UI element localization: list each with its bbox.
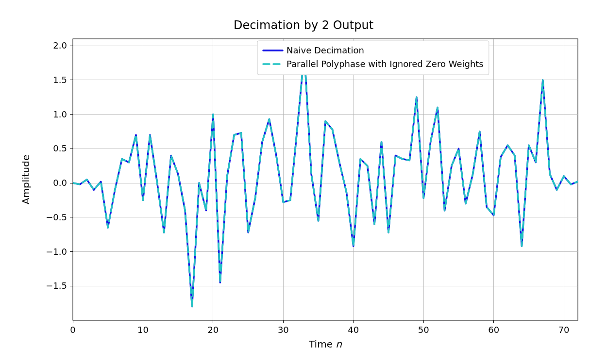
x-tick-label: 10 [137, 325, 149, 335]
legend-entry-label: Parallel Polyphase with Ignored Zero Wei… [287, 59, 484, 69]
y-tick-label: −1.5 [46, 281, 67, 291]
legend: Naive DecimationParallel Polyphase with … [257, 41, 489, 75]
chart-container: Decimation by 2 Output 010203040506070 −… [0, 0, 607, 364]
chart-svg: Decimation by 2 Output 010203040506070 −… [0, 0, 607, 364]
x-tick-label: 50 [418, 325, 429, 335]
series-group [73, 52, 578, 306]
y-tick-label: −1.0 [46, 247, 67, 257]
y-tick-label: 0.5 [53, 143, 67, 153]
y-tick-label: 2.0 [53, 40, 67, 50]
y-tick-label: 1.0 [53, 109, 67, 119]
legend-entry-label: Naive Decimation [287, 45, 364, 55]
x-axis-ticks: 010203040506070 [70, 320, 569, 335]
series-line [73, 52, 578, 306]
y-axis-ticks: −1.5−1.0−0.50.00.51.01.52.0 [46, 40, 73, 291]
x-axis-label: Time n [308, 338, 342, 350]
y-tick-label: 1.5 [53, 75, 67, 85]
y-tick-label: 0.0 [53, 178, 67, 188]
y-axis-label: Amplitude [20, 155, 32, 205]
plot-border [73, 39, 578, 320]
x-tick-label: 60 [488, 325, 499, 335]
x-tick-label: 0 [70, 325, 75, 335]
grid-group [73, 39, 578, 320]
x-tick-label: 30 [278, 325, 289, 335]
x-tick-label: 20 [207, 325, 219, 335]
x-tick-label: 70 [558, 325, 570, 335]
chart-title: Decimation by 2 Output [234, 18, 373, 32]
series-line [73, 52, 578, 306]
x-tick-label: 40 [348, 325, 359, 335]
y-tick-label: −0.5 [46, 212, 67, 222]
